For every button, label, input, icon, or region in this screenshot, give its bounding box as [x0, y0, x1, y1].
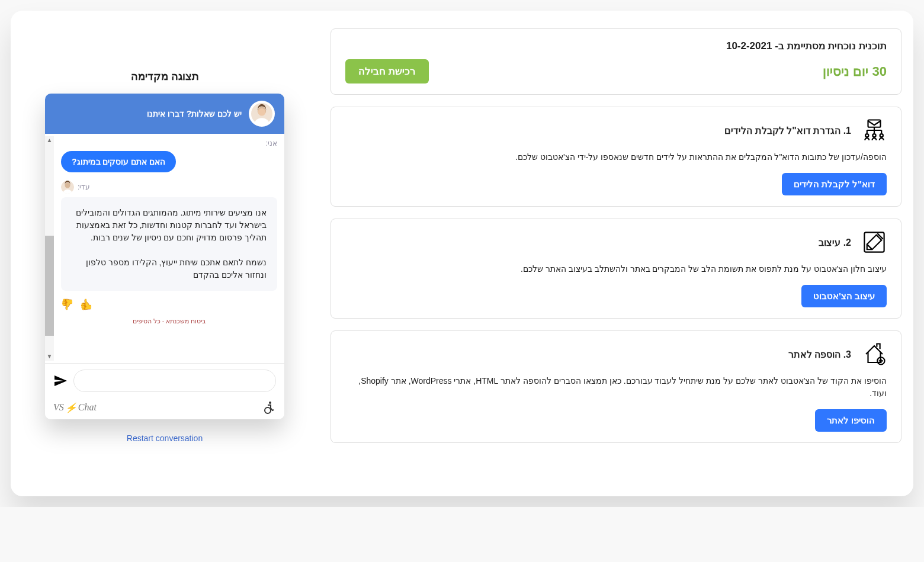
widget-body: אני: האם אתם עוסקים במיתוג? עדי:: [45, 134, 284, 363]
step-button-email[interactable]: דוא"ל לקבלת הלידים: [782, 173, 887, 195]
bot-row: עדי:: [61, 181, 277, 194]
step-card-design: 2. עיצוב עיצוב חלון הצ'אטבוט על מנת לתפו…: [331, 219, 901, 319]
widget-header-text: יש לכם שאלות? דברו איתנו: [147, 109, 242, 118]
widget-footer: Chat ⚡ VS: [45, 398, 284, 419]
widget-header: יש לכם שאלות? דברו איתנו: [45, 94, 284, 134]
chatvs-part2: VS: [53, 402, 64, 413]
house-plus-icon: [862, 342, 887, 367]
main-column: תוכנית נוכחית מסתיימת ב- 10-2-2021 30 יו…: [331, 17, 901, 496]
restart-conversation-link[interactable]: Restart conversation: [127, 433, 203, 443]
send-icon[interactable]: [53, 374, 68, 388]
step-card-add-to-site: 3. הוספה לאתר הוסיפו את הקוד של הצ'אטבוט…: [331, 330, 901, 443]
user-message-bubble: האם אתם עוסקים במיתוג?: [61, 151, 176, 172]
accessibility-icon[interactable]: [262, 400, 276, 415]
svg-point-1: [865, 134, 868, 137]
trial-days: 30 יום ניסיון: [823, 64, 887, 79]
paint-icon: [862, 230, 887, 255]
step-desc: הוספה/עדכון של כתובות הדוא"ל המקבלים את …: [345, 151, 887, 163]
step-title: 2. עיצוב: [819, 237, 851, 248]
truncated-link[interactable]: ביטוח משכנתא - כל הטיפים: [61, 316, 277, 326]
step-head: 3. הוספה לאתר: [345, 342, 887, 367]
bot-name: עדי:: [78, 183, 90, 191]
step-title: 1. הגדרת דוא"ל לקבלת הלידים: [724, 125, 851, 136]
svg-point-2: [872, 134, 875, 137]
agent-avatar: [249, 101, 275, 127]
svg-point-10: [65, 183, 70, 188]
preview-column: תצוגה מקדימה יש לכם שאלות? דברו איתנו אנ…: [23, 17, 307, 496]
thumbs-down-icon[interactable]: 👎: [61, 298, 74, 311]
scroll-thumb[interactable]: [45, 236, 54, 335]
page-root: תוכנית נוכחית מסתיימת ב- 10-2-2021 30 יו…: [11, 11, 913, 496]
plan-card: תוכנית נוכחית מסתיימת ב- 10-2-2021 30 יו…: [331, 28, 901, 95]
svg-point-11: [269, 402, 271, 404]
scroll-up-icon[interactable]: ▲: [45, 136, 54, 144]
bot-avatar-small: [61, 181, 74, 194]
step-button-design[interactable]: עיצוב הצ'אטבוט: [801, 285, 887, 307]
scroll-down-icon[interactable]: ▼: [45, 352, 54, 361]
svg-rect-0: [868, 120, 881, 127]
widget-text-input[interactable]: [73, 370, 276, 392]
plan-row: 30 יום ניסיון רכישת חבילה: [345, 59, 887, 84]
thumbs-up-icon[interactable]: 👍: [80, 298, 93, 311]
scrollbar[interactable]: ▲ ▼: [45, 136, 54, 361]
messages-area: אני: האם אתם עוסקים במיתוג? עדי:: [54, 136, 284, 361]
step-desc: הוסיפו את הקוד של הצ'אטבוט לאתר שלכם על …: [345, 375, 887, 400]
widget-input-bar: [45, 363, 284, 398]
preview-title: תצוגה מקדימה: [131, 70, 199, 83]
step-card-email: 1. הגדרת דוא"ל לקבלת הלידים הוספה/עדכון …: [331, 107, 901, 207]
plan-end-line: תוכנית נוכחית מסתיימת ב- 10-2-2021: [345, 40, 887, 52]
step-head: 2. עיצוב: [345, 230, 887, 255]
step-button-add-to-site[interactable]: הוסיפו לאתר: [815, 409, 887, 432]
chatvs-brand: Chat ⚡ VS: [53, 402, 97, 413]
email-leads-icon: [862, 118, 887, 143]
scroll-track[interactable]: [45, 144, 54, 352]
purchase-bundle-button[interactable]: רכישת חבילה: [345, 59, 429, 84]
me-label: אני:: [61, 139, 277, 147]
chatbot-widget: יש לכם שאלות? דברו איתנו אני: האם אתם עו…: [45, 94, 284, 419]
svg-point-8: [258, 108, 266, 116]
svg-point-12: [265, 407, 271, 413]
step-title: 3. הוספה לאתר: [788, 349, 851, 360]
bolt-icon: ⚡: [65, 402, 77, 413]
chatvs-part1: Chat: [78, 402, 97, 413]
bot-message-bubble: אנו מציעים שירותי מיתוג. מהמותגים הגדולי…: [61, 197, 277, 291]
step-desc: עיצוב חלון הצ'אטבוט על מנת לתפוס את תשומ…: [345, 263, 887, 275]
svg-point-3: [880, 134, 883, 137]
feedback-row: 👍 👎: [61, 293, 277, 316]
step-head: 1. הגדרת דוא"ל לקבלת הלידים: [345, 118, 887, 143]
